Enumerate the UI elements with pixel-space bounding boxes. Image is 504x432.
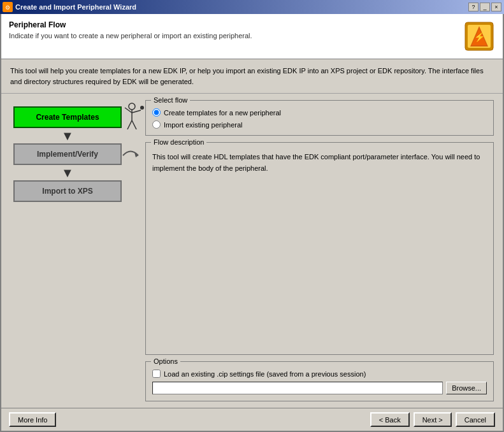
load-settings-label: Load an existing .cip settings file (sav… xyxy=(164,370,366,378)
radio-import-input[interactable] xyxy=(152,120,161,129)
main-window: Peripheral Flow Indicate if you want to … xyxy=(0,14,504,432)
flow-wrapper: Create Templates xyxy=(13,106,134,202)
minimize-button[interactable]: _ xyxy=(480,3,490,11)
svg-text:⚙: ⚙ xyxy=(5,4,10,11)
back-button[interactable]: < Back xyxy=(370,412,410,427)
svg-text:⚡: ⚡ xyxy=(474,32,486,43)
header-section: Peripheral Flow Indicate if you want to … xyxy=(1,14,503,59)
radio-create-input[interactable] xyxy=(152,108,161,117)
radio-import[interactable]: Import existing peripheral xyxy=(152,120,487,129)
description-section: This tool will help you create templates… xyxy=(1,59,503,94)
select-flow-label: Select flow xyxy=(151,96,190,104)
load-settings-option[interactable]: Load an existing .cip settings file (sav… xyxy=(152,370,487,378)
header-logo: ⚡ xyxy=(463,20,495,52)
file-input-row: Browse... xyxy=(152,382,487,394)
options-label: Options xyxy=(151,357,180,365)
options-group: Options Load an existing .cip settings f… xyxy=(145,361,494,401)
browse-button[interactable]: Browse... xyxy=(446,382,487,394)
title-bar: ⚙ Create and Import Peripheral Wizard ? … xyxy=(0,0,504,14)
flow-description-group: Flow description This tool will create H… xyxy=(145,142,494,355)
select-flow-group: Select flow Create templates for a new p… xyxy=(145,100,494,136)
arrow-down-1: ▼ xyxy=(13,128,122,143)
options-content: Load an existing .cip settings file (sav… xyxy=(152,370,487,394)
close-button[interactable]: × xyxy=(491,3,501,11)
svg-line-10 xyxy=(132,110,141,113)
flow-step-create[interactable]: Create Templates xyxy=(13,106,122,128)
stick-figure-1 xyxy=(120,101,144,134)
header-subtitle: Indicate if you want to create a new per… xyxy=(9,32,463,40)
app-icon: ⚙ xyxy=(3,2,13,12)
bottom-bar: More Info < Back Next > Cancel xyxy=(1,408,503,431)
radio-group: Create templates for a new peripheral Im… xyxy=(152,108,487,129)
more-info-button[interactable]: More Info xyxy=(9,412,56,427)
right-panel: Select flow Create templates for a new p… xyxy=(145,100,494,401)
settings-file-input[interactable] xyxy=(152,382,443,394)
flow-panel: Create Templates xyxy=(10,100,138,401)
arrow-down-2: ▼ xyxy=(13,165,122,180)
svg-point-13 xyxy=(140,106,144,110)
svg-line-11 xyxy=(127,120,132,129)
header-text: Peripheral Flow Indicate if you want to … xyxy=(9,20,463,40)
svg-point-7 xyxy=(129,103,135,110)
next-button[interactable]: Next > xyxy=(414,412,452,427)
cancel-button[interactable]: Cancel xyxy=(456,412,495,427)
load-settings-checkbox[interactable] xyxy=(152,370,161,378)
question-button[interactable]: ? xyxy=(468,3,479,11)
title-controls: ? _ × xyxy=(468,3,501,11)
svg-line-12 xyxy=(132,120,136,129)
main-content: Create Templates xyxy=(1,94,503,408)
description-text: This tool will help you create templates… xyxy=(10,67,484,85)
radio-create-label: Create templates for a new peripheral xyxy=(164,109,281,117)
flow-desc-text: This tool will create HDL templates that… xyxy=(152,152,487,174)
bottom-right: < Back Next > Cancel xyxy=(370,412,495,427)
radio-import-label: Import existing peripheral xyxy=(164,121,243,129)
title-bar-left: ⚙ Create and Import Peripheral Wizard xyxy=(3,2,136,12)
radio-create-templates[interactable]: Create templates for a new peripheral xyxy=(152,108,487,117)
window-title: Create and Import Peripheral Wizard xyxy=(15,3,136,11)
header-title: Peripheral Flow xyxy=(9,20,463,29)
flow-step-implement[interactable]: Implement/Verify xyxy=(13,143,122,165)
svg-line-9 xyxy=(125,108,132,113)
flow-step-import[interactable]: Import to XPS xyxy=(13,180,122,202)
flow-desc-label: Flow description xyxy=(151,138,206,146)
curved-arrow xyxy=(120,146,141,166)
bottom-left: More Info xyxy=(9,412,56,427)
